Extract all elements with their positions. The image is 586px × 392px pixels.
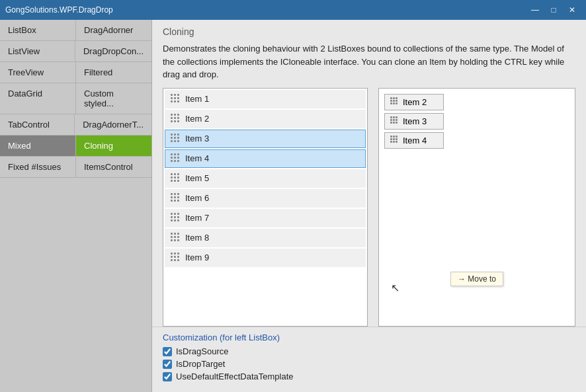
sidebar-row-6[interactable]: Fixed #IssuesItemsControl (0, 157, 151, 178)
checkbox-row-2: UseDefaultEffectDataTemplate (163, 372, 575, 381)
checkbox-0[interactable] (163, 347, 172, 356)
sidebar-right-6: ItemsControl (76, 157, 151, 177)
left-listbox-scroll[interactable]: Item 1Item 2Item 3Item 4Item 5Item 6Item… (163, 89, 367, 327)
sidebar-left-0: ListBox (0, 20, 76, 40)
sidebar-row-5[interactable]: MixedCloning (0, 136, 151, 157)
list-item-label: Item 3 (403, 116, 427, 126)
list-item-label: Item 7 (185, 213, 209, 223)
sidebar-left-1: ListView (0, 41, 75, 61)
checkbox-label-0: IsDragSource (176, 346, 228, 356)
drag-icon (171, 114, 181, 124)
list-item[interactable]: Item 4 (384, 132, 444, 149)
checkbox-label-1: IsDropTarget (176, 359, 225, 369)
checkbox-label-2: UseDefaultEffectDataTemplate (176, 372, 294, 381)
description: Demonstrates the cloning behaviour with … (152, 40, 586, 88)
cursor-indicator: ↖ (391, 282, 399, 294)
list-item-label: Item 5 (185, 173, 209, 183)
list-item[interactable]: Item 2 (384, 94, 444, 110)
sidebar-left-4: TabControl (0, 114, 75, 135)
drag-icon (171, 153, 181, 164)
sidebar-row-3[interactable]: DataGridCustom styled... (0, 83, 151, 114)
sidebar-right-3: Custom styled... (76, 83, 151, 114)
checkbox-row-1: IsDropTarget (163, 359, 575, 369)
list-item-label: Item 4 (185, 153, 209, 163)
list-item-label: Item 4 (403, 136, 427, 145)
checkbox-1[interactable] (163, 360, 172, 369)
drag-icon (171, 173, 181, 184)
drag-icon (171, 233, 181, 243)
checkbox-2[interactable] (163, 372, 172, 381)
drag-icon (390, 136, 399, 145)
left-listbox: Item 1Item 2Item 3Item 4Item 5Item 6Item… (163, 88, 368, 327)
maximize-button[interactable]: □ (545, 3, 562, 17)
sidebar-left-5: Mixed (0, 136, 76, 156)
sidebar-right-2: Filtered (76, 62, 151, 83)
titlebar: GongSolutions.WPF.DragDrop — □ ✕ (0, 0, 586, 20)
list-item-label: Item 2 (403, 97, 427, 107)
app-body: ListBoxDragAdornerListViewDragDropCon...… (0, 20, 586, 392)
panels: Item 1Item 2Item 3Item 4Item 5Item 6Item… (152, 88, 586, 327)
sidebar-left-6: Fixed #Issues (0, 157, 76, 177)
list-item-label: Item 1 (185, 94, 209, 104)
list-item[interactable]: Item 3 (165, 130, 366, 148)
sidebar: ListBoxDragAdornerListViewDragDropCon...… (0, 20, 152, 392)
sidebar-left-2: TreeView (0, 62, 76, 83)
list-item-label: Item 8 (185, 233, 209, 243)
drag-icon (390, 97, 399, 106)
sidebar-left-3: DataGrid (0, 83, 76, 114)
sidebar-row-4[interactable]: TabControlDragAdornerT... (0, 114, 151, 136)
list-item-label: Item 9 (185, 253, 209, 262)
list-item[interactable]: Item 2 (165, 110, 366, 128)
move-to-badge: → Move to (450, 272, 503, 286)
content-area: Cloning Demonstrates the cloning behavio… (152, 20, 586, 392)
list-item-label: Item 2 (185, 114, 209, 124)
list-item[interactable]: Item 4 (165, 149, 366, 168)
right-listbox: ↖ Item 2Item 3Item 4→ Move to (378, 88, 575, 327)
drag-icon (390, 116, 399, 126)
list-item[interactable]: Item 8 (165, 229, 366, 247)
drag-icon (171, 193, 181, 204)
list-item[interactable]: Item 6 (165, 189, 366, 208)
list-item-label: Item 6 (185, 193, 209, 203)
sidebar-right-1: DragDropCon... (75, 41, 151, 61)
drag-icon (171, 253, 181, 263)
sidebar-row-0[interactable]: ListBoxDragAdorner (0, 20, 151, 41)
titlebar-title: GongSolutions.WPF.DragDrop (5, 5, 526, 15)
customization-title: Customization (for left ListBox) (163, 333, 575, 342)
list-item[interactable]: Item 3 (384, 113, 444, 130)
titlebar-controls: — □ ✕ (526, 3, 581, 17)
minimize-button[interactable]: — (526, 3, 544, 17)
drag-icon (171, 134, 181, 144)
customization-section: Customization (for left ListBox) IsDragS… (152, 327, 586, 392)
list-item[interactable]: Item 1 (165, 90, 366, 108)
section-title: Cloning (152, 20, 586, 40)
close-button[interactable]: ✕ (564, 3, 581, 17)
sidebar-row-2[interactable]: TreeViewFiltered (0, 62, 151, 83)
sidebar-right-5: Cloning (76, 136, 151, 156)
list-item[interactable]: Item 9 (165, 249, 366, 267)
checkbox-row-0: IsDragSource (163, 346, 575, 356)
drag-icon (171, 213, 181, 223)
sidebar-right-4: DragAdornerT... (75, 114, 151, 135)
sidebar-row-1[interactable]: ListViewDragDropCon... (0, 41, 151, 62)
list-item-label: Item 3 (185, 134, 209, 143)
sidebar-right-0: DragAdorner (76, 20, 151, 40)
list-item[interactable]: Item 7 (165, 209, 366, 227)
list-item[interactable]: Item 5 (165, 169, 366, 188)
drag-icon (171, 94, 181, 104)
